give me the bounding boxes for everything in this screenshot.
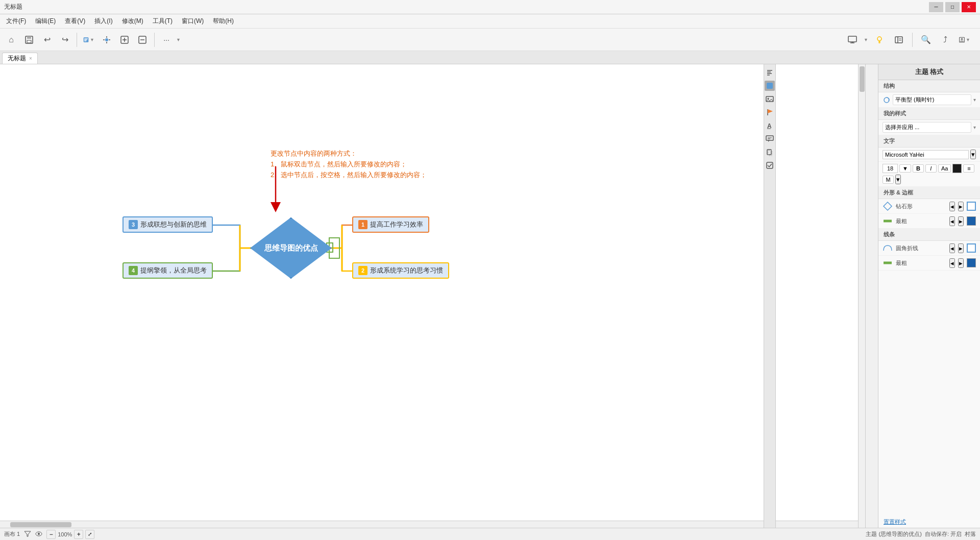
zoom-fit-button[interactable]: ⤢ [85,530,94,539]
center-node[interactable]: 思维导图的优点 [250,217,332,279]
canvas-area[interactable]: 更改节点中内容的两种方式： 1、鼠标双击节点，然后输入所要修改的内容； 2、选中… [0,64,866,528]
node-right-1[interactable]: 1 提高工作学习效率 [352,216,429,233]
line1-arrow-right[interactable]: ▸ [958,243,964,253]
filter-icon-wrap [24,530,31,538]
save-button[interactable] [21,32,37,48]
shape2-label: 最粗 [896,217,946,225]
line2-arrow-right[interactable]: ▸ [958,258,964,268]
zoom-button[interactable]: 🔍 [918,32,934,48]
svg-rect-24 [895,37,902,43]
minimize-button[interactable]: ─ [929,2,943,12]
close-button[interactable]: ✕ [962,2,976,12]
svg-marker-60 [24,531,31,536]
right-panel-header: 主题 格式 [878,64,980,80]
font-align-btn[interactable]: ≡ [963,164,974,173]
home-button[interactable]: ⌂ [3,32,19,48]
font-name-arrow[interactable]: ▾ [970,150,976,159]
svg-marker-57 [884,202,892,210]
menu-help[interactable]: 帮助(H) [209,15,238,28]
svg-point-7 [105,38,108,41]
delete-button[interactable] [134,32,151,48]
zoom-out-button[interactable]: − [46,530,56,539]
structure-select[interactable]: 平衡型 (顺时针) [893,94,971,105]
structure-arrow[interactable]: ▾ [973,97,976,103]
insert-button[interactable] [116,32,133,48]
more-button[interactable]: ··· [158,32,175,48]
my-style-select[interactable]: 选择并应用 ... [883,122,971,133]
font-name-display[interactable]: Microsoft YaHei [883,150,969,159]
line1-color-right[interactable] [967,243,976,253]
strip-icon-theme[interactable] [765,81,775,91]
divider3 [912,33,913,47]
menu-tools[interactable]: 工具(T) [149,15,177,28]
undo-button[interactable]: ↩ [39,32,55,48]
menu-view[interactable]: 查看(V) [61,15,89,28]
menu-file[interactable]: 文件(F) [2,15,30,28]
menu-modify[interactable]: 修改(M) [118,15,148,28]
shape1-color-right[interactable] [967,202,976,211]
zoom-in-button[interactable]: + [74,530,83,539]
bulb-button[interactable] [871,32,888,48]
strip-icon-text[interactable]: A [765,120,775,131]
font-size-up-btn[interactable]: Aa [938,164,951,173]
line2-arrow-left[interactable]: ◂ [949,258,955,268]
my-style-arrow[interactable]: ▾ [973,125,976,130]
monitor-button[interactable] [844,32,861,48]
strip-icon-check[interactable] [765,160,775,170]
tab-untitled[interactable]: 无标题 × [2,53,38,64]
style-button[interactable]: ▼ [81,32,97,48]
node-right-2[interactable]: 2 形成系统学习的思考习惯 [352,262,449,279]
maximize-button[interactable]: □ [945,2,960,12]
export-button[interactable]: ▼ [957,32,973,48]
node-left-1[interactable]: 3 形成联想与创新的思维 [122,216,213,233]
auto-save-status: 自动保存: 开启 [925,530,962,538]
shape1-arrow-right[interactable]: ▸ [958,202,964,211]
strip-icon-flag[interactable] [765,107,775,117]
font-more-btn[interactable]: M [883,176,894,184]
strip-icon-comment[interactable] [765,134,775,144]
redo-button[interactable]: ↪ [57,32,73,48]
tab-close-button[interactable]: × [29,56,32,61]
zoom-controls: − 100% + ⤢ [46,530,94,539]
font-size-display[interactable]: 18 [883,164,898,173]
bottom-link[interactable]: 置置样式 [878,516,980,528]
menu-window[interactable]: 窗口(W) [178,15,208,28]
svg-point-45 [768,98,769,100]
shape2-arrow-right[interactable]: ▸ [958,216,964,226]
more-arrow[interactable]: ▼ [176,37,181,42]
vertical-scrollbar[interactable] [858,64,865,528]
shape2-color-right[interactable] [967,216,976,226]
structure-icon [883,96,891,104]
right-panel: 主题 格式 结构 平衡型 (顺时针) ▾ 我的样式 选择并应用 ... ▾ 文字… [878,64,980,528]
node-right-1-label: 提高工作学习效率 [370,220,423,229]
strip-icon-copy-style[interactable] [765,147,775,157]
font-italic-btn[interactable]: I [925,164,937,173]
shape2-arrow-left[interactable]: ◂ [949,216,955,226]
font-controls-row: 18 ▼ B I Aa ≡ M ▾ [878,162,980,187]
menu-edit[interactable]: 编辑(E) [31,15,60,28]
menu-insert[interactable]: 插入(I) [90,15,116,28]
shape-border-section-title: 外形 & 边框 [878,187,980,199]
node-left-2[interactable]: 4 提纲擎领，从全局思考 [122,262,213,279]
annotation-line3: 2、选中节点后，按空格，然后输入所要修改的内容； [271,170,427,181]
rounded-line-icon [883,243,893,253]
font-color-box[interactable] [952,164,962,173]
line1-arrow-left[interactable]: ◂ [949,243,955,253]
strip-icon-format[interactable] [765,67,775,78]
shape1-arrow-left[interactable]: ◂ [949,202,955,211]
font-more-arrow[interactable]: ▾ [895,175,901,184]
strip-icon-image[interactable] [765,94,775,104]
layout-button[interactable] [99,32,115,48]
node-badge-2: 4 [129,266,138,275]
line2-color-right[interactable] [967,258,976,267]
font-bold-btn[interactable]: B [913,164,924,173]
font-size-down[interactable]: ▼ [899,164,911,173]
panel-button[interactable] [891,32,907,48]
vscroll-thumb[interactable] [860,66,865,92]
shape1-label: 钻石形 [896,203,946,210]
titlebar: 无标题 ─ □ ✕ [0,0,980,14]
share-button[interactable]: ⤴ [937,32,953,48]
monitor-arrow[interactable]: ▼ [864,37,868,42]
horizontal-scrollbar[interactable] [0,521,858,528]
hscroll-thumb[interactable] [10,522,71,527]
